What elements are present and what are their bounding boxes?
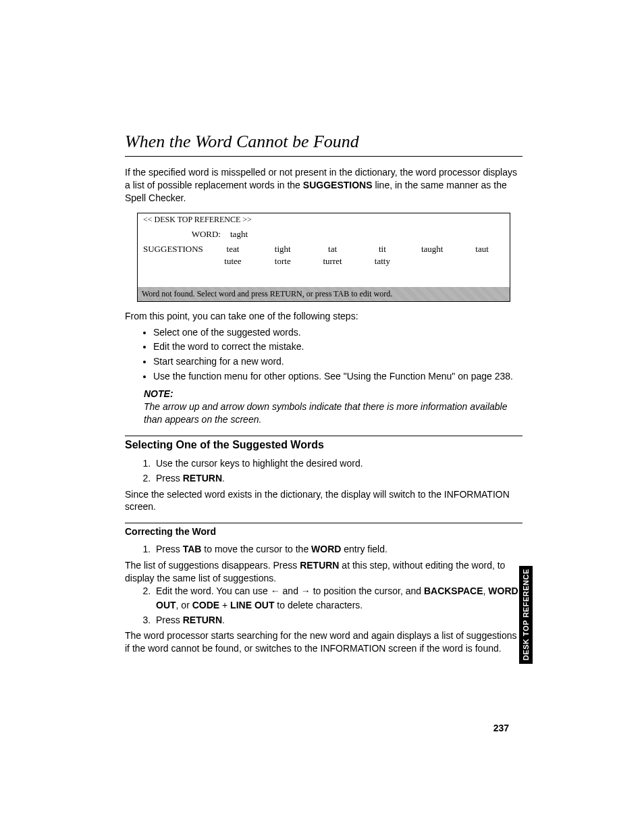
suggestion-item[interactable]: tight xyxy=(261,244,305,255)
t: . xyxy=(222,615,225,625)
side-tab: DESK TOP REFERENCE xyxy=(519,566,533,664)
screenshot-title: << DESK TOP REFERENCE >> xyxy=(138,213,510,226)
section-rule xyxy=(125,436,522,436)
section1-after: Since the selected word exists in the di… xyxy=(125,488,522,514)
suggestion-item[interactable]: turret xyxy=(311,256,355,267)
title-rule xyxy=(125,156,522,157)
t: Press xyxy=(156,615,183,625)
section2-after: The word processor starts searching for … xyxy=(125,629,522,655)
key-code: CODE xyxy=(192,600,219,610)
suggestion-item[interactable]: tit xyxy=(360,244,405,255)
suggestions-grid: teat tight tat tit taught taut tutee tor… xyxy=(211,244,504,267)
section2-steps: Press TAB to move the cursor to the WORD… xyxy=(125,542,522,556)
key-return: RETURN xyxy=(183,615,222,625)
t: , or xyxy=(176,600,192,610)
t: + xyxy=(219,600,230,610)
step-item: Press RETURN. xyxy=(153,613,522,627)
suggestions-label: SUGGESTIONS xyxy=(143,244,211,267)
step-text: . xyxy=(222,473,225,484)
t: Press xyxy=(156,544,183,554)
t: to move the cursor to the xyxy=(201,544,311,554)
suggestion-item[interactable]: tat xyxy=(311,244,355,255)
section2-heading: Correcting the Word xyxy=(125,526,522,537)
key-return: RETURN xyxy=(183,473,222,484)
note-block: NOTE: The arrow up and arrow down symbol… xyxy=(144,388,522,426)
bullet-item: Edit the word to correct the mistake. xyxy=(153,340,522,355)
bullet-item: Start searching for a new word. xyxy=(153,355,522,369)
intro-paragraph: If the specified word is misspelled or n… xyxy=(125,166,522,205)
key-lineout: LINE OUT xyxy=(230,600,274,610)
status-bar: Word not found. Select word and press RE… xyxy=(138,287,510,301)
page-number: 237 xyxy=(493,723,509,733)
t: entry field. xyxy=(341,544,387,554)
step-item: Press TAB to move the cursor to the WORD… xyxy=(153,542,522,556)
suggestion-item[interactable]: torte xyxy=(261,256,305,267)
after-screenshot-text: From this point, you can take one of the… xyxy=(125,310,522,323)
suggestion-item[interactable]: tutee xyxy=(211,256,255,267)
steps-bullets: Select one of the suggested words. Edit … xyxy=(125,325,522,384)
section-rule xyxy=(125,523,522,523)
key-tab: TAB xyxy=(183,544,202,554)
section1-heading: Selecting One of the Suggested Words xyxy=(125,439,522,451)
word-label: WORD: xyxy=(143,229,230,240)
step-item: Press RETURN. xyxy=(153,471,522,485)
key-word: WORD xyxy=(311,544,341,554)
suggestion-item[interactable]: tatty xyxy=(360,256,405,267)
section1-steps: Use the cursor keys to highlight the des… xyxy=(125,457,522,486)
section2-steps-cont: Edit the word. You can use ← and → to po… xyxy=(125,584,522,627)
bullet-item: Select one of the suggested words. xyxy=(153,325,522,340)
t: Edit the word. You can use ← and → to po… xyxy=(156,585,424,596)
t: The list of suggestions disappears. Pres… xyxy=(125,560,300,571)
intro-text-b: SUGGESTIONS xyxy=(303,180,373,190)
step-item: Edit the word. You can use ← and → to po… xyxy=(153,584,522,612)
suggestion-item[interactable]: teat xyxy=(211,244,255,255)
note-label: NOTE: xyxy=(144,388,522,400)
step-item: Use the cursor keys to highlight the des… xyxy=(153,457,522,470)
key-backspace: BACKSPACE xyxy=(424,585,483,596)
step-text: Press xyxy=(156,473,183,484)
word-value: taght xyxy=(230,229,248,240)
suggestion-item[interactable]: taught xyxy=(410,244,454,255)
reference-screenshot: << DESK TOP REFERENCE >> WORD: taght SUG… xyxy=(137,213,510,302)
section2-mid: The list of suggestions disappears. Pres… xyxy=(125,559,522,585)
suggestion-item[interactable]: taut xyxy=(460,244,504,255)
page-title: When the Word Cannot be Found xyxy=(125,132,522,152)
bullet-item: Use the function menu for other options.… xyxy=(153,369,522,384)
key-return: RETURN xyxy=(300,560,339,571)
t: to delete characters. xyxy=(274,600,363,610)
note-text: The arrow up and arrow down symbols indi… xyxy=(144,400,522,426)
